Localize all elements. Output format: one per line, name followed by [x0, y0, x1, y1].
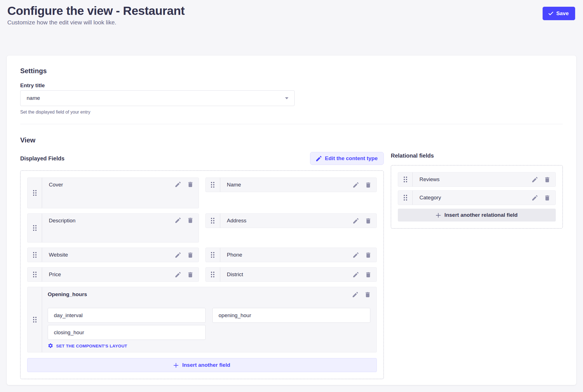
drag-handle[interactable] — [398, 172, 413, 186]
component-field-opening-hour[interactable]: opening_hour — [212, 308, 370, 323]
relational-field-name: Reviews — [419, 176, 532, 183]
drag-handle-icon — [33, 271, 37, 278]
drag-handle-icon — [211, 182, 215, 188]
page-header-text: Configure the view - Restaurant Customiz… — [7, 3, 185, 26]
check-icon — [548, 12, 553, 15]
fields-row: Website Phone — [27, 248, 377, 262]
edit-field-button[interactable] — [532, 195, 538, 200]
pencil-icon — [353, 218, 359, 223]
drag-handle[interactable] — [27, 287, 42, 352]
field-name: Address — [227, 218, 354, 224]
field-name: Name — [227, 182, 354, 188]
drag-handle[interactable] — [27, 214, 42, 242]
set-component-layout-link[interactable]: SET THE COMPONENT'S LAYOUT — [48, 343, 127, 349]
edit-field-button[interactable] — [175, 182, 181, 187]
edit-field-button[interactable] — [175, 218, 181, 223]
view-columns: Displayed Fields Edit the content type — [20, 152, 563, 379]
edit-field-button[interactable] — [532, 177, 538, 182]
edit-field-button[interactable] — [175, 272, 181, 277]
save-button[interactable]: Save — [543, 7, 575, 20]
drag-handle[interactable] — [27, 248, 42, 262]
drag-handle-icon — [403, 195, 407, 201]
edit-content-type-label: Edit the content type — [325, 155, 378, 162]
displayed-fields-container: Cover Name — [20, 170, 384, 379]
entry-title-label: Entry title — [20, 82, 563, 89]
pencil-icon — [353, 292, 358, 297]
component-name: Opening_hours — [48, 291, 353, 298]
insert-another-field-button[interactable]: Insert another field — [27, 358, 377, 372]
delete-field-button[interactable] — [365, 292, 370, 297]
delete-field-button[interactable] — [188, 272, 193, 277]
delete-field-button[interactable] — [366, 252, 371, 258]
page-title: Configure the view - Restaurant — [7, 3, 185, 18]
plus-icon — [174, 363, 178, 368]
delete-field-button[interactable] — [545, 195, 550, 200]
drag-handle-icon — [33, 225, 37, 231]
trash-icon — [545, 177, 550, 182]
field-card-cover: Cover — [27, 177, 199, 208]
component-field-day-interval[interactable]: day_interval — [48, 308, 206, 323]
delete-field-button[interactable] — [188, 252, 193, 258]
component-field-name: closing_hour — [54, 329, 84, 336]
pencil-icon — [175, 272, 181, 277]
field-name: Cover — [49, 182, 175, 188]
drag-handle[interactable] — [206, 178, 220, 192]
component-inputs: day_interval opening_hour closing_hour — [48, 308, 370, 340]
delete-field-button[interactable] — [366, 182, 371, 188]
delete-field-button[interactable] — [545, 177, 550, 182]
delete-field-button[interactable] — [366, 272, 371, 277]
edit-field-button[interactable] — [353, 252, 359, 258]
pencil-icon — [353, 182, 359, 188]
trash-icon — [366, 272, 371, 277]
drag-handle[interactable] — [27, 268, 42, 282]
plus-icon — [436, 213, 441, 218]
field-name: Phone — [227, 252, 354, 258]
drag-handle-icon — [211, 218, 215, 224]
trash-icon — [545, 195, 550, 200]
drag-handle[interactable] — [206, 268, 220, 282]
drag-handle[interactable] — [27, 178, 42, 208]
relational-fields-column: Relational fields Reviews — [391, 152, 563, 229]
drag-handle[interactable] — [206, 248, 220, 262]
component-card-opening-hours: Opening_hours day_interval openin — [27, 287, 377, 352]
caret-down-icon — [285, 97, 288, 99]
insert-another-relational-field-label: Insert another relational field — [444, 212, 518, 218]
relational-fields-container: Reviews Category — [391, 165, 563, 229]
field-name: Website — [49, 252, 175, 258]
pencil-icon — [353, 252, 359, 258]
edit-field-button[interactable] — [353, 218, 359, 223]
trash-icon — [188, 182, 193, 187]
save-button-label: Save — [556, 10, 569, 17]
relational-card-reviews: Reviews — [398, 172, 556, 187]
trash-icon — [366, 252, 371, 258]
delete-field-button[interactable] — [188, 218, 193, 223]
edit-field-button[interactable] — [175, 252, 181, 258]
delete-field-button[interactable] — [366, 218, 371, 223]
delete-field-button[interactable] — [188, 182, 193, 187]
drag-handle[interactable] — [398, 191, 413, 205]
settings-heading: Settings — [20, 67, 563, 75]
pencil-icon — [175, 182, 181, 187]
fields-row: Cover Name — [27, 177, 377, 208]
fields-row: Description Address — [27, 213, 377, 243]
pencil-icon — [532, 177, 538, 182]
section-divider — [20, 124, 563, 124]
component-field-closing-hour[interactable]: closing_hour — [48, 325, 206, 340]
edit-field-button[interactable] — [353, 182, 359, 188]
entry-title-value: name — [27, 95, 40, 101]
drag-handle-icon — [403, 176, 407, 183]
trash-icon — [188, 218, 193, 223]
relational-fields-label: Relational fields — [391, 152, 563, 160]
trash-icon — [366, 182, 371, 188]
edit-content-type-button[interactable]: Edit the content type — [310, 152, 384, 165]
insert-another-relational-field-button[interactable]: Insert another relational field — [398, 209, 556, 222]
edit-field-button[interactable] — [353, 292, 358, 297]
drag-handle[interactable] — [206, 214, 220, 228]
pencil-icon — [175, 252, 181, 258]
edit-field-button[interactable] — [353, 272, 359, 277]
pencil-icon — [316, 156, 322, 161]
entry-title-select[interactable]: name — [20, 90, 295, 106]
field-name: Description — [49, 218, 175, 224]
insert-another-field-label: Insert another field — [182, 362, 230, 368]
page-subtitle: Customize how the edit view will look li… — [7, 19, 185, 26]
